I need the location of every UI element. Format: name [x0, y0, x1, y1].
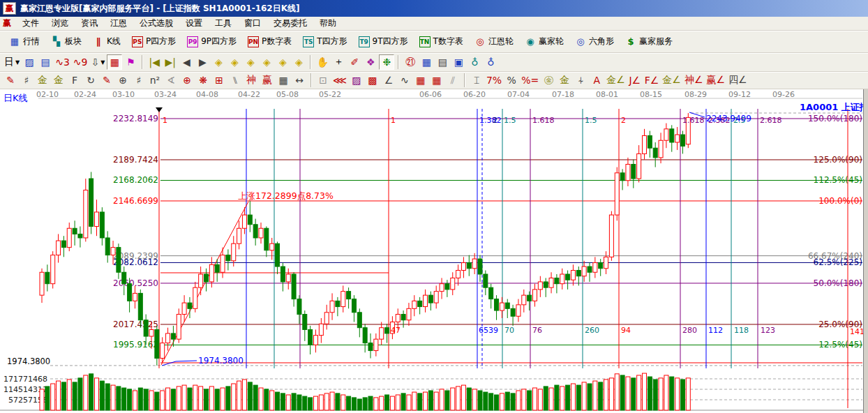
- trend-angle-icon[interactable]: ∠: [381, 73, 396, 88]
- quotes-button[interactable]: ▦行情: [4, 33, 45, 50]
- winner-wheel-button[interactable]: ◉赢家轮: [520, 33, 569, 50]
- square-web-icon[interactable]: ⊞: [211, 73, 227, 88]
- f-angle-icon[interactable]: F∠: [643, 73, 661, 88]
- spiral-icon[interactable]: ↻: [83, 73, 98, 88]
- winner-service-button[interactable]: $赢家服务: [620, 33, 678, 50]
- box-lines-icon[interactable]: ▩: [365, 73, 380, 88]
- diamond-expand-icon[interactable]: ◈: [243, 54, 258, 70]
- purple-tool-icon[interactable]: ❖: [363, 54, 378, 70]
- shen-tool-icon[interactable]: 神: [244, 73, 259, 88]
- wave3-icon[interactable]: ∿3: [54, 54, 71, 70]
- calendar21-icon[interactable]: ㉑: [403, 54, 418, 70]
- menu-item-1[interactable]: 浏览: [46, 17, 74, 30]
- menu-item-9[interactable]: 帮助: [314, 17, 342, 30]
- golden-section2-icon[interactable]: 金: [51, 73, 66, 88]
- hexagon-button[interactable]: ◎六角形: [570, 33, 619, 50]
- flag-chart-icon[interactable]: ⚑: [123, 54, 138, 70]
- 9p-square-button[interactable]: P99P四方形: [182, 33, 241, 50]
- kline-button[interactable]: ∥K线: [88, 33, 126, 50]
- diamond-left-icon[interactable]: ◈: [211, 54, 226, 70]
- network2-icon[interactable]: ♁: [483, 54, 498, 70]
- red-grid2-icon[interactable]: ▦: [429, 73, 444, 88]
- gold-circle-icon[interactable]: ㊎: [541, 73, 556, 88]
- pattern-view-icon[interactable]: ▨: [22, 54, 37, 70]
- gold-angle2-icon[interactable]: 金∠: [661, 73, 682, 88]
- percent-icon[interactable]: %: [504, 73, 519, 88]
- purple-box-icon[interactable]: ▨: [349, 73, 364, 88]
- prev-bar-icon[interactable]: ◀: [179, 54, 194, 70]
- p-square-button[interactable]: PSP四方形: [127, 33, 181, 50]
- menu-item-0[interactable]: 文件: [17, 17, 45, 30]
- gann-box-icon[interactable]: ▦: [107, 54, 122, 70]
- percent-line-icon[interactable]: 7%: [485, 73, 503, 88]
- golden-section1-icon[interactable]: 金: [35, 73, 50, 88]
- diamond-star3-icon[interactable]: ◈: [291, 54, 306, 70]
- sectors-button[interactable]: ▚板块: [46, 33, 87, 50]
- p-table-button[interactable]: PNP数字表: [243, 33, 297, 50]
- menu-item-2[interactable]: 资讯: [75, 17, 103, 30]
- red-grid1-icon[interactable]: ▦: [413, 73, 428, 88]
- t-table-button[interactable]: TNT数字表: [414, 33, 468, 50]
- gann-circle-icon[interactable]: ⊕: [115, 73, 130, 88]
- circle-cross-icon[interactable]: ⊕: [179, 73, 195, 88]
- calculator-icon[interactable]: ▦: [419, 54, 434, 70]
- grid-lines-icon[interactable]: ♯: [131, 73, 147, 88]
- gann-wheel-button[interactable]: ◎江恩轮: [470, 33, 518, 50]
- save-icon[interactable]: ▣: [451, 54, 466, 70]
- width-measure-icon[interactable]: ↔: [292, 73, 307, 88]
- hatch-icon[interactable]: ⫽: [445, 73, 461, 88]
- box-select-icon[interactable]: ⊡: [315, 73, 331, 88]
- pan-hand-icon[interactable]: ✋: [315, 54, 330, 70]
- next-bar-icon[interactable]: ▶: [195, 54, 210, 70]
- spider-web-icon[interactable]: ❋: [195, 73, 211, 88]
- four-angle-icon[interactable]: 四∠: [727, 73, 749, 88]
- diamond-star1-icon[interactable]: ◈: [259, 54, 274, 70]
- wave9-icon[interactable]: ∿9: [72, 54, 89, 70]
- diamond-right-icon[interactable]: ◈: [227, 54, 242, 70]
- measure-icon[interactable]: ⑊: [227, 73, 243, 88]
- crosshair-icon[interactable]: ＋: [331, 54, 346, 70]
- doc-view-icon[interactable]: ▤: [38, 54, 53, 70]
- flute-pen-icon: ⍭: [578, 75, 583, 87]
- gold-line-icon[interactable]: 金: [557, 73, 572, 88]
- 9t-square-button[interactable]: T99T四方形: [354, 33, 413, 50]
- pen-tool-icon[interactable]: ✎: [3, 73, 18, 88]
- menu-item-7[interactable]: 窗口: [239, 17, 267, 30]
- angle-a-icon[interactable]: ∢: [163, 73, 179, 88]
- angle-draw-icon[interactable]: ✐: [347, 54, 362, 70]
- flute-pen-icon[interactable]: ⍭: [573, 73, 588, 88]
- app-logo-icon: 赢: [3, 2, 16, 15]
- t-square-button[interactable]: TST四方形: [298, 33, 352, 50]
- last-bar-icon[interactable]: ▶|: [163, 54, 178, 70]
- period-day-button[interactable]: 日▼: [3, 54, 21, 70]
- menu-item-5[interactable]: 设置: [180, 17, 208, 30]
- diamond-star2-icon[interactable]: ◈: [275, 54, 290, 70]
- n-square-icon[interactable]: n²: [147, 73, 163, 88]
- rays-icon[interactable]: ⋘: [331, 73, 348, 88]
- first-bar-icon[interactable]: |◀: [147, 54, 162, 70]
- network1-icon[interactable]: ♁: [467, 54, 482, 70]
- wave-check-icon[interactable]: ∿: [397, 73, 412, 88]
- fibonacci-icon[interactable]: F: [67, 73, 82, 88]
- gann-lines-icon[interactable]: ♯: [19, 73, 34, 88]
- ruler123-icon[interactable]: ▦: [276, 73, 291, 88]
- steps-icon[interactable]: ⌶: [469, 73, 484, 88]
- chart-canvas[interactable]: 02-1002-2403-1003-2404-0804-2205-0805-22…: [0, 89, 868, 413]
- gold-line-icon: 金: [560, 74, 569, 87]
- svg-text:62.5%(225): 62.5%(225): [814, 257, 862, 267]
- notes-icon[interactable]: ▤: [435, 54, 450, 70]
- green-tool-icon[interactable]: ❉: [379, 54, 394, 70]
- j-angle-icon[interactable]: J∠: [627, 73, 643, 88]
- win-tool-icon[interactable]: 赢: [260, 73, 275, 88]
- percent-eq-icon[interactable]: %=: [520, 73, 540, 88]
- menu-item-8[interactable]: 交易委托: [268, 17, 313, 30]
- double-a-icon[interactable]: A: [589, 73, 604, 88]
- menu-item-4[interactable]: 公式选股: [134, 17, 179, 30]
- menu-item-6[interactable]: 工具: [209, 17, 237, 30]
- gold-angle-icon[interactable]: 金∠: [605, 73, 627, 88]
- win-angle-icon[interactable]: 赢∠: [705, 73, 726, 88]
- menu-item-3[interactable]: 江恩: [105, 17, 133, 30]
- funnel-icon[interactable]: ⇩▼: [89, 54, 106, 70]
- shen-angle-icon[interactable]: 神∠: [683, 73, 705, 88]
- pen2-tool-icon[interactable]: ✎: [99, 73, 114, 88]
